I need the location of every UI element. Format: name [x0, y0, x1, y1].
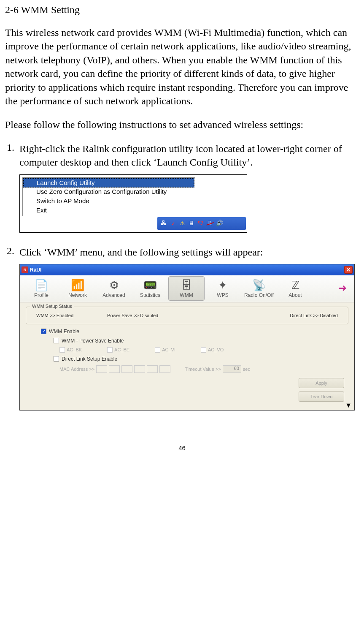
instructions-lead: Please follow the following instructions…	[5, 118, 359, 131]
blank-icon	[25, 197, 35, 205]
profile-icon: 📄	[35, 279, 48, 291]
window-titlebar: R RaUI ✕	[20, 264, 354, 275]
direct-link-enable-row: Direct Link Setup Enable	[26, 354, 348, 364]
step-1-number: 1.	[5, 142, 19, 169]
power-save-checkbox[interactable]	[54, 338, 59, 343]
tear-down-button[interactable]: Tear Down	[299, 391, 344, 402]
gear-icon: ⚙	[109, 279, 119, 291]
tab-label: Statistics	[140, 292, 160, 298]
wmm-enable-checkbox[interactable]: ✓	[41, 329, 46, 334]
menu-item-exit[interactable]: Exit	[24, 206, 194, 215]
mac-input-4	[134, 365, 145, 373]
arrow-right-icon: ➜	[338, 282, 347, 294]
tab-wps[interactable]: ✦ WPS	[205, 276, 241, 301]
mac-input-3	[121, 365, 132, 373]
audio-icon[interactable]: ♪	[169, 220, 177, 227]
wmm-enable-row: ✓ WMM Enable	[26, 327, 348, 336]
intro-paragraph: This wireless network card provides WMM …	[5, 26, 359, 108]
tab-about[interactable]: ℤ About	[277, 276, 313, 301]
ac-categories-row: AC_BK AC_BE AC_VI AC_VO	[26, 345, 348, 354]
tab-label: WMM	[180, 292, 193, 298]
ac-vi-checkbox	[155, 347, 160, 353]
chevron-down-icon: ▼	[345, 402, 352, 409]
ac-vo-label: AC_VO	[208, 347, 224, 352]
mac-input-5	[147, 365, 158, 373]
tab-label: Radio On/Off	[244, 292, 274, 298]
page-number: 46	[5, 444, 359, 451]
system-tray: 🖧 ♪ ⚠ 🖥 🛡 R 🔊	[157, 217, 246, 230]
close-button[interactable]: ✕	[344, 266, 353, 274]
mac-input-6	[159, 365, 170, 373]
menu-item-launch[interactable]: Launch Config Utility	[23, 178, 194, 188]
menu-item-label: Exit	[36, 207, 47, 214]
device-icon[interactable]: 🖥	[188, 220, 195, 227]
step-2: 2. Click ‘WMM’ menu, and the following s…	[5, 245, 359, 259]
wmm-panel: WMM Setup Status WMM >> Enabled Power Sa…	[20, 302, 354, 410]
menu-item-label: Launch Config Utility	[37, 179, 95, 186]
alert-icon[interactable]: ⚠	[178, 220, 186, 227]
expand-toggle[interactable]: ▼	[345, 402, 352, 409]
tab-profile[interactable]: 📄 Profile	[23, 276, 59, 301]
volume-icon[interactable]: 🔊	[216, 220, 223, 227]
ac-be-checkbox	[107, 347, 113, 353]
tab-statistics[interactable]: 📟 Statistics	[132, 276, 168, 301]
timeout-label: Timeout Value >>	[185, 367, 221, 372]
status-power-save: Power Save >> Disabled	[107, 313, 158, 318]
next-arrow-button[interactable]: ➜	[338, 282, 351, 295]
tab-network[interactable]: 📶 Network	[59, 276, 96, 301]
wmm-enable-label: WMM Enable	[49, 329, 79, 334]
tab-advanced[interactable]: ⚙ Advanced	[96, 276, 132, 301]
ac-be-label: AC_BE	[114, 347, 129, 352]
timeout-unit: sec	[243, 367, 250, 372]
direct-link-checkbox[interactable]	[54, 356, 59, 362]
menu-item-zero-config[interactable]: Use Zero Configuration as Configuration …	[24, 187, 194, 196]
tab-label: WPS	[217, 292, 228, 298]
tab-label: Profile	[34, 292, 49, 298]
ac-bk-label: AC_BK	[67, 347, 82, 352]
menu-item-label: Switch to AP Mode	[36, 197, 89, 204]
shield-off-icon[interactable]: 🛡	[197, 220, 205, 227]
mac-address-row: MAC Address >> Timeout Value >> 60 sec	[26, 364, 348, 375]
direct-link-label: Direct Link Setup Enable	[62, 356, 117, 362]
network-off-icon[interactable]: 🖧	[160, 220, 167, 227]
blank-icon	[25, 188, 35, 196]
timeout-input: 60	[223, 365, 241, 373]
menu-item-label: Use Zero Configuration as Configuration …	[36, 188, 167, 195]
network-icon: 📶	[71, 279, 84, 291]
status-wmm: WMM >> Enabled	[36, 313, 73, 318]
step-1-text: Right-click the Ralink configuration uti…	[19, 142, 359, 169]
raui-screenshot: R RaUI ✕ 📄 Profile 📶 Network ⚙ Advanced …	[19, 264, 359, 411]
ralink-tray-icon[interactable]: R	[206, 220, 214, 227]
tab-radio[interactable]: 📡 Radio On/Off	[241, 276, 277, 301]
tab-label: About	[289, 292, 302, 298]
status-direct-link: Direct Link >> Disabled	[290, 313, 338, 318]
about-icon: ℤ	[291, 279, 299, 291]
status-legend: WMM Setup Status	[30, 304, 74, 309]
toolbar: 📄 Profile 📶 Network ⚙ Advanced 📟 Statist…	[20, 275, 354, 302]
ac-vo-checkbox	[201, 347, 206, 353]
mac-address-label: MAC Address >>	[59, 367, 94, 372]
qos-icon: 🗄	[181, 279, 192, 291]
app-icon: R	[22, 266, 28, 273]
mac-input-1	[96, 365, 107, 373]
power-save-label: WMM - Power Save Enable	[62, 338, 124, 344]
menu-item-ap-mode[interactable]: Switch to AP Mode	[24, 196, 194, 206]
ac-bk-checkbox	[59, 347, 65, 353]
mac-input-2	[109, 365, 120, 373]
step-2-number: 2.	[5, 245, 19, 259]
calculator-icon: 📟	[143, 279, 157, 291]
apply-button[interactable]: Apply	[299, 378, 344, 388]
blank-icon	[26, 179, 35, 187]
power-save-enable-row: WMM - Power Save Enable	[26, 336, 348, 345]
context-menu: Launch Config Utility Use Zero Configura…	[22, 177, 195, 216]
blank-icon	[25, 207, 35, 214]
tab-wmm[interactable]: 🗄 WMM	[168, 276, 205, 301]
close-icon: ✕	[346, 267, 351, 273]
tab-label: Network	[68, 292, 87, 298]
ac-vi-label: AC_VI	[162, 347, 175, 352]
step-1: 1. Right-click the Ralink configuration …	[5, 142, 359, 169]
tab-label: Advanced	[102, 292, 125, 298]
window-title: RaUI	[30, 267, 344, 273]
radio-icon: 📡	[252, 279, 266, 291]
wps-icon: ✦	[218, 279, 227, 291]
